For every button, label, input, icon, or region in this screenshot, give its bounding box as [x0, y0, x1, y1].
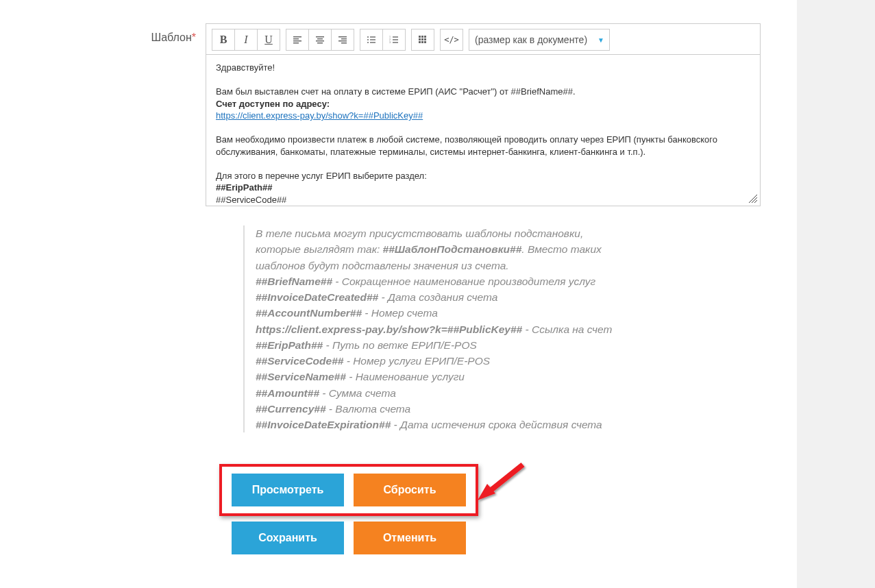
svg-point-14 [367, 39, 369, 40]
highlight-annotation [219, 464, 478, 516]
svg-rect-2 [293, 40, 301, 42]
arrow-annotation-icon [475, 459, 530, 507]
help-line: которые выглядят так: ##ШаблонПодстановк… [256, 241, 764, 257]
svg-rect-28 [421, 38, 423, 40]
help-line: ##ServiceCode## - Номер услуги ЕРИП/E-PO… [256, 353, 764, 369]
help-line: шаблонов будут подставлены значения из с… [256, 258, 764, 273]
svg-rect-19 [393, 36, 398, 37]
italic-button[interactable]: I [234, 29, 258, 51]
underline-button[interactable]: U [257, 29, 280, 51]
editor-line: Вам был выставлен счет на оплату в систе… [216, 86, 750, 98]
editor-toolbar: B I U 123 </> [206, 23, 761, 54]
editor-line: ##EripPath## [216, 182, 272, 193]
svg-rect-0 [293, 36, 301, 38]
ordered-list-button[interactable]: 123 [382, 29, 406, 51]
unordered-list-button[interactable] [360, 29, 383, 51]
help-text: В теле письма могут присуcтствовать шабл… [243, 225, 764, 432]
label-text: Шаблон [151, 32, 192, 43]
svg-rect-5 [317, 38, 323, 40]
font-size-select[interactable]: (размер как в документе) [469, 29, 610, 51]
template-label: Шаблон* [0, 0, 206, 44]
help-line: ##AccountNumber## - Номер счета [256, 305, 764, 321]
code-button[interactable]: </> [440, 29, 463, 51]
svg-rect-25 [421, 36, 423, 38]
help-line: ##InvoiceDateExpiration## - Дата истечен… [256, 417, 764, 432]
align-right-button[interactable] [331, 29, 354, 51]
svg-rect-15 [370, 39, 375, 40]
save-button[interactable]: Сохранить [232, 522, 344, 554]
svg-line-33 [489, 465, 523, 492]
help-line: ##BriefName## - Сокращенное наименование… [256, 273, 764, 289]
svg-rect-24 [419, 36, 421, 38]
bold-button[interactable]: B [212, 29, 235, 51]
align-center-button[interactable] [308, 29, 332, 51]
svg-rect-23 [393, 42, 398, 42]
editor-line: Вам необходимо произвести платеж в любой… [216, 134, 750, 158]
svg-rect-3 [293, 42, 299, 44]
editor-line: Здравствуйте! [216, 62, 750, 74]
svg-rect-7 [317, 42, 323, 44]
svg-text:3: 3 [389, 40, 391, 44]
svg-rect-4 [316, 36, 324, 38]
resize-handle-icon[interactable] [749, 195, 757, 203]
help-line: В теле письма могут присуcтствовать шабл… [256, 225, 764, 241]
editor-link[interactable]: https://client.express-pay.by/show?k=##P… [216, 110, 423, 121]
help-line: ##ServiceName## - Наименование услуги [256, 369, 764, 384]
help-line: https://client.express-pay.by/show?k=##P… [256, 321, 764, 337]
svg-rect-13 [370, 36, 375, 37]
svg-rect-8 [338, 36, 347, 38]
svg-rect-32 [424, 41, 426, 43]
help-line: ##EripPath## - Путь по ветке ЕРИП/E-POS [256, 337, 764, 353]
svg-rect-11 [341, 42, 347, 44]
editor-line: Для этого в перечне услуг ЕРИП выберите … [216, 170, 750, 182]
svg-rect-21 [393, 39, 398, 40]
help-line: ##Currency## - Валюта счета [256, 401, 764, 417]
svg-point-12 [367, 36, 369, 38]
required-asterisk: * [192, 32, 196, 43]
editor-line: ##ServiceCode## [216, 194, 750, 206]
svg-rect-6 [316, 40, 324, 42]
cancel-button[interactable]: Отменить [354, 522, 466, 554]
align-left-button[interactable] [286, 29, 309, 51]
svg-rect-29 [424, 38, 426, 40]
editor-line: Счет доступен по адресу: [216, 99, 330, 109]
template-editor[interactable]: Здравствуйте! Вам был выставлен счет на … [206, 54, 761, 206]
svg-rect-1 [293, 38, 299, 40]
svg-rect-31 [421, 41, 423, 43]
svg-rect-17 [370, 42, 375, 42]
svg-rect-26 [424, 36, 426, 38]
help-line: ##InvoiceDateCreated## - Дата создания с… [256, 289, 764, 305]
svg-point-16 [367, 42, 369, 43]
svg-rect-10 [338, 40, 347, 42]
table-button[interactable] [411, 29, 434, 51]
svg-rect-30 [419, 41, 421, 43]
svg-rect-27 [419, 38, 421, 40]
svg-rect-9 [341, 38, 347, 40]
help-line: ##Amount## - Сумма счета [256, 385, 764, 401]
